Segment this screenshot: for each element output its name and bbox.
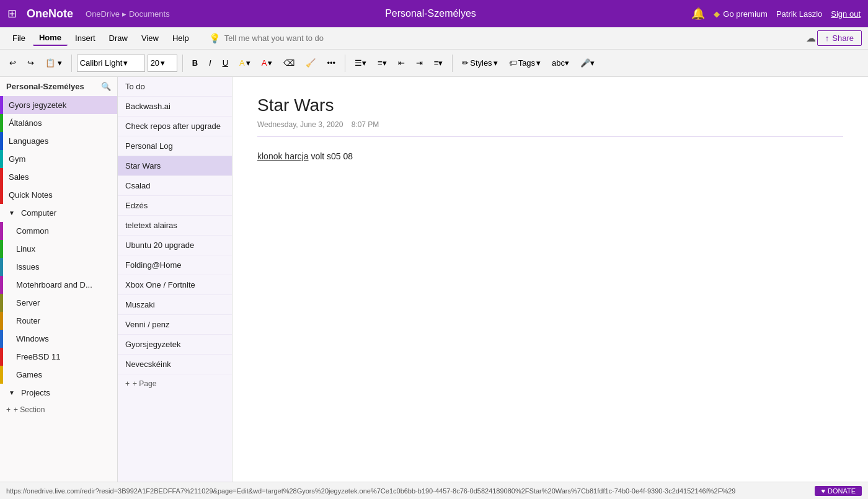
clear-format-button[interactable]: ⌫ xyxy=(279,55,299,71)
chevron-down-icon: ▼ xyxy=(9,389,15,396)
page-item-todo[interactable]: To do xyxy=(118,77,232,97)
sidebar-item-label: Linux xyxy=(16,244,35,254)
menu-help[interactable]: Help xyxy=(166,31,195,45)
sidebar-group-computer[interactable]: ▼ Computer xyxy=(0,204,117,222)
page-item-edzes[interactable]: Edzés xyxy=(118,196,232,216)
sidebar-item-gyors-jegyzetek[interactable]: Gyors jegyzetek xyxy=(0,96,117,114)
share-icon: ↑ xyxy=(825,33,830,43)
sidebar-item-label: Server xyxy=(16,298,40,307)
sign-out-link[interactable]: Sign out xyxy=(831,9,861,19)
sidebar-header: Personal-Személyes 🔍 xyxy=(0,77,117,96)
page-item-nevecskéink[interactable]: Nevecskéink xyxy=(118,355,232,374)
add-section-button[interactable]: + + Section xyxy=(0,402,117,418)
note-date: Wednesday, June 3, 2020 xyxy=(257,120,343,129)
page-item-folding[interactable]: Folding@Home xyxy=(118,255,232,275)
bold-button[interactable]: B xyxy=(188,55,202,71)
note-body[interactable]: klonok harcja volt s05 08 xyxy=(257,149,843,163)
sidebar-item-quick-notes[interactable]: Quick Notes xyxy=(0,186,117,204)
sidebar-item-gym[interactable]: Gym xyxy=(0,150,117,168)
bullets-button[interactable]: ☰▾ xyxy=(350,55,371,71)
sidebar-item-sales[interactable]: Sales xyxy=(0,168,117,186)
numbering-button[interactable]: ≡▾ xyxy=(373,55,391,71)
italic-button[interactable]: I xyxy=(205,55,216,71)
dictate-button[interactable]: 🎤▾ xyxy=(576,55,599,71)
cloud-save-icon[interactable]: ☁ xyxy=(806,32,816,44)
sidebar-item-games[interactable]: Games xyxy=(0,366,117,384)
highlight-button[interactable]: A▾ xyxy=(235,55,255,71)
status-bar: https://onedrive.live.com/redir?resid=3B… xyxy=(0,482,868,499)
sidebar-item-label: Issues xyxy=(16,262,40,272)
page-item-csalad[interactable]: Csalad xyxy=(118,176,232,196)
color-bar xyxy=(0,222,3,240)
page-item-xbox[interactable]: Xbox One / Fortnite xyxy=(118,275,232,295)
sidebar-item-windows[interactable]: Windows xyxy=(0,330,117,348)
font-size-selector[interactable]: 20 ▾ xyxy=(148,55,177,72)
heart-icon: ♥ xyxy=(821,487,825,495)
add-page-button[interactable]: + + Page xyxy=(118,374,232,393)
sidebar-item-label: Games xyxy=(16,370,42,379)
erase-button[interactable]: 🧹 xyxy=(301,55,320,71)
font-selector[interactable]: Calibri Light ▾ xyxy=(77,55,145,72)
sidebar-item-router[interactable]: Router xyxy=(0,312,117,330)
menu-home[interactable]: Home xyxy=(33,30,68,46)
menu-insert[interactable]: Insert xyxy=(69,31,102,45)
tags-button[interactable]: 🏷 Tags▾ xyxy=(505,55,545,71)
page-item-venni[interactable]: Venni / penz xyxy=(118,315,232,335)
sidebar-item-altalanos[interactable]: Általános xyxy=(0,114,117,132)
sidebar-item-languages[interactable]: Languages xyxy=(0,132,117,150)
redo-button[interactable]: ↪ xyxy=(23,55,38,71)
share-label: Share xyxy=(832,33,854,43)
menu-draw[interactable]: Draw xyxy=(103,31,134,45)
sidebar-item-issues[interactable]: Issues xyxy=(0,258,117,276)
color-bar xyxy=(0,186,3,204)
note-link-klonok[interactable]: klonok harcja xyxy=(257,151,309,161)
spell-check-button[interactable]: abc▾ xyxy=(547,55,574,71)
page-item-gyorsjegyzetek[interactable]: Gyorsjegyzetek xyxy=(118,335,232,355)
sidebar-item-label: Gym xyxy=(9,154,25,164)
apps-grid-icon[interactable]: ⊞ xyxy=(7,7,17,20)
font-color-button[interactable]: A▾ xyxy=(257,55,277,71)
clipboard-button[interactable]: 📋 ▾ xyxy=(41,55,66,71)
page-item-muszaki[interactable]: Muszaki xyxy=(118,295,232,315)
more-button[interactable]: ••• xyxy=(322,55,340,71)
note-title[interactable]: Star Wars xyxy=(257,95,843,115)
undo-button[interactable]: ↩ xyxy=(5,55,20,71)
share-button[interactable]: ↑ Share xyxy=(817,30,862,46)
tell-me-input[interactable] xyxy=(224,33,361,43)
separator-2 xyxy=(182,55,183,72)
sidebar-group-projects[interactable]: ▼ Projects xyxy=(0,384,117,402)
color-bar xyxy=(0,312,3,330)
page-item-backwash[interactable]: Backwash.ai xyxy=(118,97,232,117)
premium-button[interactable]: ◆ Go premium xyxy=(714,9,768,19)
breadcrumb-onedrive[interactable]: OneDrive xyxy=(86,9,120,19)
sidebar-item-server[interactable]: Server xyxy=(0,294,117,312)
sidebar: Personal-Személyes 🔍 Gyors jegyzetek Ált… xyxy=(0,77,118,482)
donate-button[interactable]: ♥ DONATE xyxy=(815,486,862,496)
sidebar-item-label: Quick Notes xyxy=(9,190,53,200)
align-button[interactable]: ≡▾ xyxy=(430,55,448,71)
sidebar-item-motherboard[interactable]: Motehrboard and D... xyxy=(0,276,117,294)
menu-view[interactable]: View xyxy=(135,31,165,45)
page-item-checkrepos[interactable]: Check repos after upgrade xyxy=(118,117,232,136)
page-item-ubuntu[interactable]: Ubuntu 20 upgrade xyxy=(118,236,232,255)
styles-button[interactable]: ✏ Styles▾ xyxy=(458,55,502,71)
page-item-teletext[interactable]: teletext alairas xyxy=(118,216,232,236)
notebook-title: Personal-Személyes xyxy=(176,8,686,19)
notification-bell-icon[interactable]: 🔔 xyxy=(691,7,705,20)
sidebar-item-linux[interactable]: Linux xyxy=(0,240,117,258)
underline-button[interactable]: U xyxy=(218,55,232,71)
diamond-icon: ◆ xyxy=(714,9,720,19)
color-bar xyxy=(0,240,3,258)
menu-file[interactable]: File xyxy=(6,31,32,45)
indent-button[interactable]: ⇥ xyxy=(412,55,427,71)
separator-1 xyxy=(71,55,72,72)
sidebar-item-common[interactable]: Common xyxy=(0,222,117,240)
page-item-starwars[interactable]: Star Wars xyxy=(118,156,232,176)
sidebar-item-label: Projects xyxy=(21,388,50,397)
page-item-personallog[interactable]: Personal Log xyxy=(118,136,232,156)
sidebar-item-freebsd[interactable]: FreeBSD 11 xyxy=(0,348,117,366)
search-icon[interactable]: 🔍 xyxy=(101,82,111,91)
outdent-button[interactable]: ⇤ xyxy=(394,55,409,71)
sidebar-item-label: Computer xyxy=(21,208,56,218)
breadcrumb-documents[interactable]: Documents xyxy=(129,9,170,19)
